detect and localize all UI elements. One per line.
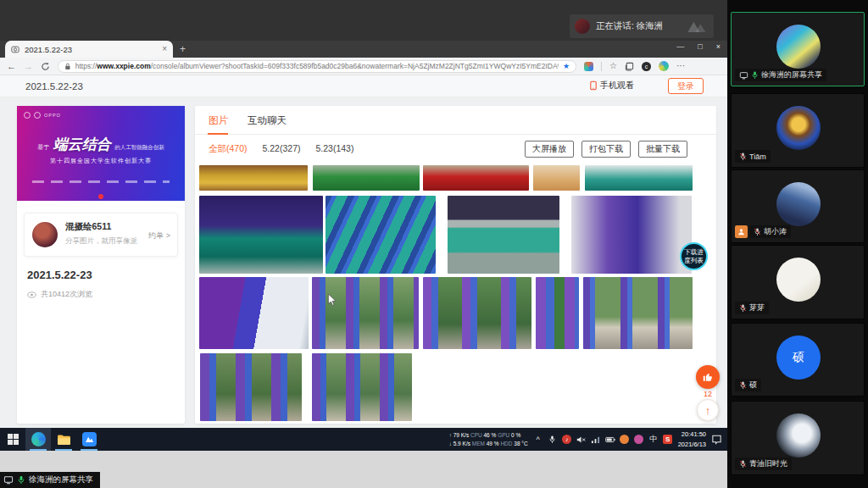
- download-progress-badge[interactable]: 下载进度列表: [680, 242, 708, 270]
- netease-music-icon[interactable]: ♪: [562, 435, 572, 445]
- microphone-icon[interactable]: [548, 435, 558, 445]
- taskbar-meeting-app[interactable]: [76, 428, 102, 451]
- participant-tile-1[interactable]: 徐海洲的屏幕共享: [731, 12, 865, 86]
- minimize-button[interactable]: —: [676, 42, 684, 51]
- photo-gift-bags-row[interactable]: [448, 196, 559, 274]
- speaker-avatar: [575, 19, 590, 34]
- mic-muted-icon: [739, 457, 747, 472]
- participant-tile-3[interactable]: 胡小涛: [731, 169, 865, 243]
- browser-tab-bar: 2021.5.22-23 × + — □ ×: [0, 41, 727, 58]
- tab-close-icon[interactable]: ×: [162, 45, 167, 53]
- participant-name-chip: 胡小涛: [749, 225, 791, 238]
- mobile-view-link[interactable]: 手机观看: [590, 80, 634, 92]
- photo-green-soda-cans[interactable]: [313, 165, 420, 191]
- battery-icon[interactable]: [605, 435, 615, 445]
- login-button[interactable]: 登录: [668, 78, 704, 94]
- host-badge-icon: [735, 225, 748, 238]
- view-count: 共10412次浏览: [27, 289, 92, 300]
- album-cover-image[interactable]: OPPO 基于 端云结合 的人工智能融合创新 第十四届全国大学生软件创新大赛: [17, 106, 185, 201]
- photo-cola-cans[interactable]: [423, 165, 529, 191]
- browser-toolbar: ← → https://www.xxpie.com/console/albumV…: [0, 58, 727, 75]
- bookmark-star-icon[interactable]: ★: [563, 62, 570, 70]
- tray-expand-icon[interactable]: ^: [533, 435, 543, 445]
- reader-extension-icon[interactable]: c: [642, 62, 651, 71]
- photographer-name: 混摄绘6511: [65, 221, 111, 233]
- photo-conference-stage[interactable]: [199, 196, 323, 274]
- photographer-tagline: 分享图片，就用享像派: [65, 236, 137, 247]
- participant-tile-2[interactable]: Tiām: [731, 93, 865, 168]
- forward-icon[interactable]: →: [24, 62, 33, 71]
- net-speed-monitor: ↑ 79 K/s CPU 46 % GPU 0 % ↓ 5.9 K/s MEM …: [449, 431, 528, 448]
- browser-profile-avatar[interactable]: [659, 61, 669, 71]
- cover-title: 基于 端云结合 的人工智能融合创新: [17, 135, 185, 154]
- browser-tab[interactable]: 2021.5.22-23 ×: [5, 41, 173, 58]
- cover-brand-text: OPPO: [44, 113, 61, 118]
- photo-park-flags[interactable]: [423, 277, 531, 349]
- mic-muted-icon: [754, 225, 761, 240]
- more-options-icon[interactable]: ···: [676, 62, 685, 70]
- close-button[interactable]: ×: [716, 42, 721, 51]
- screen-share-icon: [3, 475, 14, 485]
- collections-icon[interactable]: [625, 62, 634, 71]
- address-bar[interactable]: https://www.xxpie.com/console/albumViewe…: [58, 60, 576, 73]
- photo-street-flags[interactable]: [583, 277, 693, 349]
- photo-staff-packing-bags[interactable]: [585, 165, 693, 191]
- refresh-icon[interactable]: [41, 62, 50, 71]
- photo-tree-flags-right[interactable]: [312, 353, 412, 421]
- photo-tree-flags-left[interactable]: [200, 353, 302, 421]
- order-link[interactable]: 约单 >: [148, 230, 170, 241]
- network-icon[interactable]: [591, 435, 601, 445]
- maximize-button[interactable]: □: [698, 42, 702, 51]
- thumbs-up-icon: [702, 371, 714, 383]
- participant-name: 青油旧时光: [749, 458, 787, 469]
- favorites-star-icon[interactable]: ☆: [609, 62, 617, 70]
- shared-screen-region: 正在讲话: 徐海洲 2021.5.22-23 × + — □ ×: [0, 0, 727, 488]
- toolbar-divider: [601, 62, 602, 71]
- speaking-indicator-banner: 正在讲话: 徐海洲: [570, 14, 714, 38]
- volume-muted-icon[interactable]: [576, 435, 587, 445]
- mic-muted-icon: [739, 149, 747, 164]
- input-method-icon[interactable]: 中: [648, 435, 659, 445]
- participants-sidebar: 徐海洲的屏幕共享Tiām胡小涛芽芽硕硕青油旧时光: [727, 0, 868, 488]
- photo-pastry-boxes[interactable]: [533, 165, 580, 191]
- page-title: 2021.5.22-23: [25, 81, 83, 92]
- photo-path-flags[interactable]: [312, 277, 419, 349]
- photo-flags-closeup[interactable]: [536, 277, 579, 349]
- sogou-input-icon[interactable]: S: [663, 435, 673, 445]
- participant-tile-6[interactable]: 青油旧时光: [731, 401, 865, 475]
- mic-muted-icon: [739, 301, 747, 316]
- photo-banana-gift-trays[interactable]: [199, 165, 308, 191]
- start-button[interactable]: [0, 428, 25, 451]
- extension-icon[interactable]: [584, 62, 593, 71]
- taskbar-file-explorer[interactable]: [51, 428, 76, 451]
- participant-tile-4[interactable]: 芽芽: [731, 245, 865, 319]
- taskbar-edge-browser[interactable]: [25, 428, 51, 451]
- cover-footnote-bar: [32, 180, 170, 183]
- photo-backdrop-and-rollup[interactable]: [571, 196, 692, 274]
- photographer-card: 混摄绘6511 分享图片，就用享像派 约单 >: [24, 213, 178, 257]
- photo-event-lanyards[interactable]: [326, 196, 436, 274]
- cover-logo-icon: [34, 112, 41, 119]
- clock-date: 2021/6/13: [678, 440, 706, 449]
- back-to-top-button[interactable]: ↑: [697, 399, 719, 421]
- new-tab-button[interactable]: +: [180, 43, 186, 55]
- photo-grid: [195, 106, 716, 424]
- participant-name-chip: 芽芽: [735, 302, 769, 314]
- back-icon[interactable]: ←: [7, 62, 16, 71]
- action-center-icon[interactable]: [711, 434, 722, 445]
- pink-app-icon[interactable]: [634, 435, 644, 445]
- mic-on-icon: [17, 475, 25, 485]
- like-button[interactable]: [696, 365, 720, 389]
- carousel-dot[interactable]: [98, 194, 103, 199]
- windows-taskbar: ↑ 79 K/s CPU 46 % GPU 0 % ↓ 5.9 K/s MEM …: [0, 428, 727, 451]
- cover-logo-icon: [24, 112, 31, 119]
- eye-icon: [27, 291, 36, 298]
- my-screen-share-chip: 徐海洲的屏幕共享: [0, 472, 100, 488]
- windows-logo-icon: [8, 434, 19, 445]
- participant-tile-5[interactable]: 硕硕: [731, 323, 865, 396]
- participant-name: 徐海洲的屏幕共享: [761, 69, 822, 80]
- screen-share-icon: [739, 68, 748, 83]
- security-app-icon[interactable]: [620, 435, 630, 445]
- photo-schedule-signboard[interactable]: [199, 277, 309, 349]
- taskbar-clock[interactable]: 20:41:50 2021/6/13: [678, 430, 706, 449]
